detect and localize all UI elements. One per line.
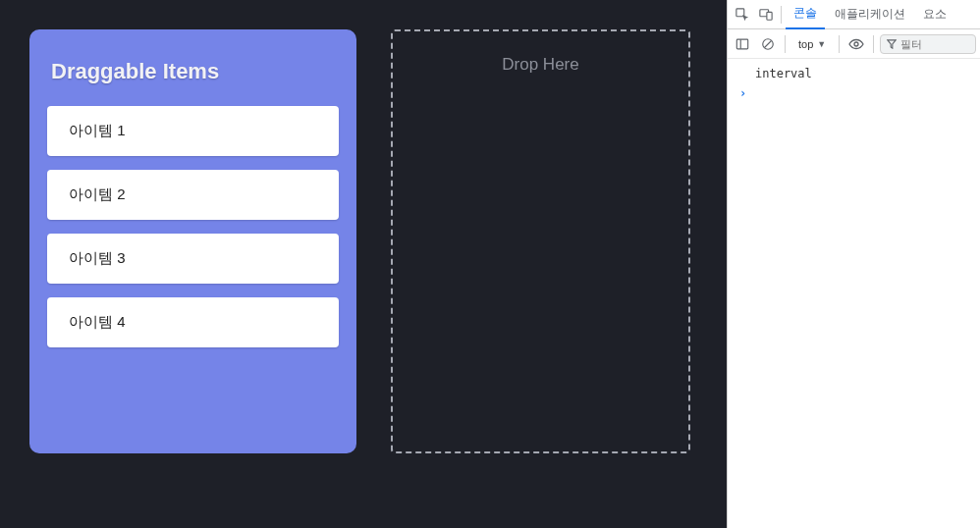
svg-rect-3 bbox=[736, 39, 747, 49]
draggable-item[interactable]: 아이템 4 bbox=[47, 297, 339, 347]
filter-icon bbox=[887, 39, 897, 49]
filter-input[interactable] bbox=[900, 38, 969, 50]
root-layout: Draggable Items 아이템 1 아이템 2 아이템 3 아이템 4 … bbox=[0, 0, 980, 528]
sidebar-toggle-icon[interactable] bbox=[732, 33, 753, 55]
svg-rect-2 bbox=[767, 12, 772, 20]
separator bbox=[781, 6, 782, 24]
console-output[interactable]: interval bbox=[728, 59, 980, 528]
chevron-down-icon: ▼ bbox=[817, 39, 826, 49]
drop-placeholder-text: Drop Here bbox=[502, 55, 578, 451]
source-panel-title: Draggable Items bbox=[51, 59, 339, 84]
console-prompt[interactable] bbox=[735, 86, 972, 100]
console-log-line: interval bbox=[735, 65, 972, 86]
separator bbox=[873, 35, 874, 53]
device-toolbar-icon[interactable] bbox=[755, 4, 777, 26]
live-expression-icon[interactable] bbox=[845, 33, 867, 55]
svg-point-7 bbox=[854, 42, 858, 46]
app-pane: Draggable Items 아이템 1 아이템 2 아이템 3 아이템 4 … bbox=[0, 0, 727, 528]
tab-console[interactable]: 콘솔 bbox=[786, 0, 825, 29]
drop-target-panel[interactable]: Drop Here bbox=[391, 29, 690, 453]
context-label: top bbox=[798, 38, 813, 50]
clear-console-icon[interactable] bbox=[757, 33, 779, 55]
separator bbox=[785, 35, 786, 53]
filter-input-wrapper[interactable] bbox=[880, 34, 976, 54]
svg-line-6 bbox=[765, 40, 772, 47]
draggable-item[interactable]: 아이템 3 bbox=[47, 234, 339, 284]
inspect-element-icon[interactable] bbox=[732, 4, 753, 26]
devtools-tabbar: 콘솔 애플리케이션 요소 bbox=[728, 0, 980, 29]
draggable-source-panel: Draggable Items 아이템 1 아이템 2 아이템 3 아이템 4 bbox=[29, 29, 356, 453]
draggable-item[interactable]: 아이템 2 bbox=[47, 170, 339, 220]
context-selector[interactable]: top ▼ bbox=[791, 34, 833, 54]
console-toolbar: top ▼ bbox=[728, 29, 980, 59]
tab-application[interactable]: 애플리케이션 bbox=[827, 0, 913, 29]
tab-elements[interactable]: 요소 bbox=[915, 0, 954, 29]
separator bbox=[839, 35, 840, 53]
draggable-item[interactable]: 아이템 1 bbox=[47, 106, 339, 156]
devtools-pane: 콘솔 애플리케이션 요소 top ▼ bbox=[727, 0, 980, 528]
